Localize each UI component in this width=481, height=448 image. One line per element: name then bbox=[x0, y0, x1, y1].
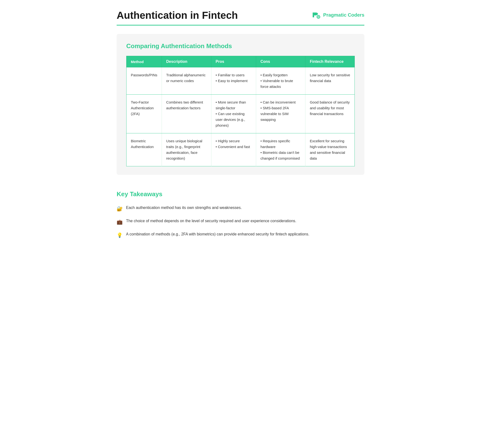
comparing-section-title: Comparing Authentication Methods bbox=[126, 42, 355, 50]
table-row: Biometric Authentication Uses unique bio… bbox=[127, 133, 355, 166]
takeaway-item-3: 💡 A combination of methods (e.g., 2FA wi… bbox=[117, 231, 364, 239]
cons-item: • Vulnerable to brute force attacks bbox=[261, 78, 301, 90]
table-row: Two-Factor Authentication (2FA) Combines… bbox=[127, 95, 355, 133]
svg-rect-1 bbox=[314, 13, 316, 15]
table-body: Passwords/PINs Traditional alphanumeric … bbox=[127, 67, 355, 166]
logo-name-plain: Pragmatic bbox=[323, 12, 348, 18]
pros-list-2: • More secure than single-factor • Can u… bbox=[216, 100, 252, 128]
logo-icon bbox=[310, 10, 321, 20]
cons-list-1: • Easily forgotten • Vulnerable to brute… bbox=[261, 72, 301, 90]
cell-description-2: Combines two different authentication fa… bbox=[162, 95, 211, 133]
takeaway-text-3: A combination of methods (e.g., 2FA with… bbox=[126, 231, 309, 237]
cell-description-3: Uses unique biological traits (e.g., fin… bbox=[162, 133, 211, 166]
takeaway-text-2: The choice of method depends on the leve… bbox=[126, 218, 296, 224]
cons-item: • Requires specific hardware bbox=[261, 138, 301, 150]
takeaway-icon-1: 🔐 bbox=[117, 205, 123, 213]
cons-list-2: • Can be inconvenient • SMS-based 2FA vu… bbox=[261, 100, 301, 123]
cons-item: • Can be inconvenient bbox=[261, 100, 301, 105]
cell-relevance-2: Good balance of security and usability f… bbox=[305, 95, 355, 133]
cell-relevance-1: Low security for sensitive financial dat… bbox=[305, 67, 355, 95]
logo-text: Pragmatic Coders bbox=[323, 12, 364, 18]
takeaway-icon-3: 💡 bbox=[117, 231, 123, 239]
th-cons: Cons bbox=[256, 56, 305, 67]
pros-item: • Convenient and fast bbox=[216, 144, 252, 150]
takeaway-icon-2: 💼 bbox=[117, 218, 123, 226]
table-header-row: Method Description Pros Cons Fintech Rel… bbox=[127, 56, 355, 67]
th-pros: Pros bbox=[211, 56, 256, 67]
cons-list-3: • Requires specific hardware • Biometric… bbox=[261, 138, 301, 161]
cell-pros-2: • More secure than single-factor • Can u… bbox=[211, 95, 256, 133]
cell-description-1: Traditional alphanumeric or numeric code… bbox=[162, 67, 211, 95]
table-row: Passwords/PINs Traditional alphanumeric … bbox=[127, 67, 355, 95]
takeaways-title: Key Takeaways bbox=[117, 190, 364, 198]
th-relevance: Fintech Relevance bbox=[305, 56, 355, 67]
takeaway-item-2: 💼 The choice of method depends on the le… bbox=[117, 218, 364, 226]
logo-name-colored: Coders bbox=[348, 12, 364, 18]
cons-item: • SMS-based 2FA vulnerable to SIM swappi… bbox=[261, 105, 301, 123]
cell-relevance-3: Excellent for securing high-value transa… bbox=[305, 133, 355, 166]
cell-cons-3: • Requires specific hardware • Biometric… bbox=[256, 133, 305, 166]
pros-item: • Familiar to users bbox=[216, 72, 252, 78]
cons-item: • Easily forgotten bbox=[261, 72, 301, 78]
page-title: Authentication in Fintech bbox=[117, 10, 238, 21]
cell-pros-3: • Highly secure • Convenient and fast bbox=[211, 133, 256, 166]
th-description: Description bbox=[162, 56, 211, 67]
cell-method-1: Passwords/PINs bbox=[127, 67, 162, 95]
pros-item: • More secure than single-factor bbox=[216, 100, 252, 111]
auth-table: Method Description Pros Cons Fintech Rel… bbox=[126, 56, 355, 166]
cell-method-3: Biometric Authentication bbox=[127, 133, 162, 166]
cell-cons-2: • Can be inconvenient • SMS-based 2FA vu… bbox=[256, 95, 305, 133]
pros-item: • Highly secure bbox=[216, 138, 252, 144]
takeaway-item-1: 🔐 Each authentication method has its own… bbox=[117, 205, 364, 213]
comparing-section: Comparing Authentication Methods Method … bbox=[117, 34, 364, 175]
cell-method-2: Two-Factor Authentication (2FA) bbox=[127, 95, 162, 133]
takeaway-text-1: Each authentication method has its own s… bbox=[126, 205, 242, 211]
pros-list-1: • Familiar to users • Easy to implement bbox=[216, 72, 252, 84]
pros-item: • Can use existing user devices (e.g., p… bbox=[216, 111, 252, 128]
th-method: Method bbox=[127, 56, 162, 67]
page-header: Authentication in Fintech Pragmatic Code… bbox=[117, 10, 364, 25]
logo: Pragmatic Coders bbox=[310, 10, 364, 20]
cons-item: • Biometric data can't be changed if com… bbox=[261, 150, 301, 161]
takeaways-section: Key Takeaways 🔐 Each authentication meth… bbox=[117, 183, 364, 247]
pros-item: • Easy to implement bbox=[216, 78, 252, 84]
cell-pros-1: • Familiar to users • Easy to implement bbox=[211, 67, 256, 95]
cell-cons-1: • Easily forgotten • Vulnerable to brute… bbox=[256, 67, 305, 95]
pros-list-3: • Highly secure • Convenient and fast bbox=[216, 138, 252, 150]
